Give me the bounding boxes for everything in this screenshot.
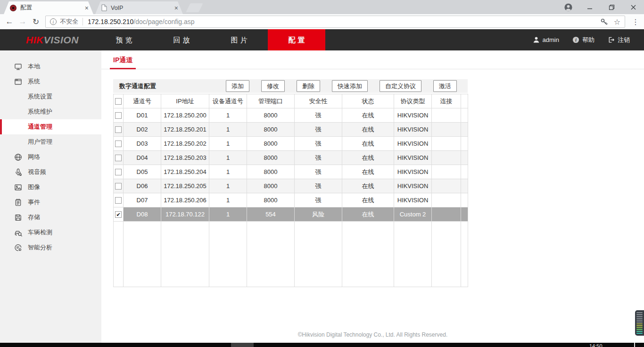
key-icon[interactable] [600, 18, 608, 26]
sidebar-item-smart-analysis[interactable]: 智能分析 [0, 240, 101, 255]
level-meter-widget [635, 310, 644, 336]
taskbar-separator [634, 343, 635, 347]
col-header-connect: 连接 [432, 94, 461, 108]
info-icon[interactable]: i [50, 18, 57, 25]
table-row-d06[interactable]: D06172.18.250.20518000强在线HIKVISION [114, 179, 468, 193]
row-checkbox[interactable] [115, 183, 122, 190]
table-row-d07[interactable]: D07172.18.250.20618000强在线HIKVISION [114, 193, 468, 207]
quick-add-button[interactable]: 快速添加 [332, 80, 368, 92]
row-checkbox[interactable] [115, 155, 122, 161]
nav-playback[interactable]: 回放 [153, 29, 210, 50]
back-icon[interactable]: ← [3, 17, 16, 26]
taskbar-app-button[interactable] [231, 343, 254, 347]
table-row-d01[interactable]: D01172.18.250.20018000强在线HIKVISION [114, 108, 468, 123]
table-row-d03[interactable]: D03172.18.250.20218000强在线HIKVISION [114, 137, 468, 151]
logo-part-red: HIK [26, 34, 44, 46]
minimize-button[interactable] [579, 0, 601, 14]
cell-ip: 172.18.70.122 [161, 207, 209, 222]
select-all-checkbox[interactable] [115, 98, 122, 105]
browser-tab-config[interactable]: 配置 × [4, 1, 93, 14]
cell-select [114, 108, 124, 123]
tab-close-icon[interactable]: × [174, 5, 178, 11]
nav-configuration[interactable]: 配置 [268, 29, 325, 50]
cell-spare [461, 207, 468, 222]
nav-preview[interactable]: 预览 [95, 29, 153, 50]
row-checkbox[interactable] [115, 126, 122, 133]
row-checkbox[interactable] [115, 197, 122, 204]
smart-icon [14, 244, 23, 252]
cell-select [114, 179, 124, 193]
sidebar-item-label: 通道管理 [28, 123, 52, 131]
sidebar: 本地系统系统设置系统维护通道管理用户管理网络视音频图像事件存储车辆检测智能分析 [0, 50, 101, 343]
bookmark-star-icon[interactable]: ☆ [614, 17, 620, 26]
col-header-management-port: 管理端口 [247, 94, 295, 108]
col-header-spare [461, 94, 468, 108]
sidebar-item-label: 本地 [28, 62, 40, 71]
browser-tab-voip[interactable]: VoIP × [95, 1, 183, 14]
tab-close-icon[interactable]: × [85, 5, 89, 11]
cell-protocol: HIKVISION [394, 123, 432, 137]
cell-channel: D07 [124, 193, 161, 207]
activate-button[interactable]: 激活 [433, 80, 457, 92]
reload-icon[interactable]: ↻ [29, 17, 42, 27]
logout-button[interactable]: 注销 [608, 36, 630, 44]
add-button[interactable]: 添加 [226, 80, 249, 92]
help-button[interactable]: i 帮助 [572, 36, 594, 44]
cell-device-channel: 1 [209, 123, 247, 137]
cell-spare [461, 123, 468, 137]
sidebar-item-local[interactable]: 本地 [0, 59, 101, 74]
sidebar-item-storage[interactable]: 存储 [0, 210, 101, 225]
new-tab-button[interactable] [186, 3, 203, 12]
address-bar[interactable]: i 不安全 172.18.250.210 /doc/page/config.as… [45, 16, 625, 28]
cell-ip: 172.18.250.202 [161, 137, 209, 151]
custom-protocol-button[interactable]: 自定义协议 [380, 80, 421, 92]
cell-status: 在线 [342, 137, 394, 151]
forward-icon[interactable]: → [16, 17, 29, 26]
logout-icon [608, 36, 615, 43]
user-name: admin [543, 36, 559, 43]
cell-status: 在线 [342, 207, 394, 222]
user-menu[interactable]: admin [533, 36, 559, 43]
sidebar-item-event[interactable]: 事件 [0, 195, 101, 210]
row-checkbox[interactable] [115, 169, 122, 175]
table-row-d08[interactable]: ✔D08172.18.70.1221554风险在线Custom 2 [114, 207, 468, 222]
profile-icon[interactable] [557, 0, 579, 14]
browser-window: 配置 × VoIP × ← → [0, 0, 644, 347]
row-checkbox[interactable]: ✔ [115, 211, 122, 218]
globe-icon [14, 153, 23, 161]
table-empty-area [114, 222, 468, 287]
delete-button[interactable]: 删除 [297, 80, 320, 92]
sidebar-item-label: 用户管理 [28, 138, 52, 146]
sidebar-item-user-management[interactable]: 用户管理 [0, 134, 101, 149]
sidebar-item-system-settings[interactable]: 系统设置 [0, 89, 101, 104]
table-row-d04[interactable]: D04172.18.250.20318000强在线HIKVISION [114, 151, 468, 165]
close-button[interactable] [622, 0, 644, 14]
nav-picture[interactable]: 图片 [210, 29, 268, 50]
cell-port: 8000 [247, 137, 295, 151]
main-nav: HIKVISION 预览回放图片配置 admin i 帮助 注销 [0, 29, 644, 50]
nav-right-group: admin i 帮助 注销 [533, 29, 630, 50]
sidebar-item-network[interactable]: 网络 [0, 149, 101, 165]
browser-menu-icon[interactable]: ⋮ [629, 17, 642, 26]
sidebar-item-system[interactable]: 系统 [0, 74, 101, 89]
restore-button[interactable] [601, 0, 622, 14]
table-row-d05[interactable]: D05172.18.250.20418000强在线HIKVISION [114, 165, 468, 179]
tab-ip-channel[interactable]: IP通道 [110, 50, 136, 69]
cell-port: 8000 [247, 108, 295, 123]
cell-port: 8000 [247, 151, 295, 165]
cell-ip: 172.18.250.205 [161, 179, 209, 193]
cell-select [114, 137, 124, 151]
row-checkbox[interactable] [115, 140, 122, 147]
cell-device-channel: 1 [209, 151, 247, 165]
sidebar-item-channel-management[interactable]: 通道管理 [0, 119, 101, 134]
cell-protocol: Custom 2 [394, 207, 432, 222]
sidebar-item-video-audio[interactable]: 视音频 [0, 165, 101, 180]
modify-button[interactable]: 修改 [261, 80, 285, 92]
logo-part-gray: VISION [44, 34, 79, 46]
table-header-row: 通道号IP地址设备通道号管理端口安全性状态协议类型连接 [114, 94, 468, 108]
row-checkbox[interactable] [115, 112, 122, 119]
table-row-d02[interactable]: D02172.18.250.20118000强在线HIKVISION [114, 123, 468, 137]
sidebar-item-image[interactable]: 图像 [0, 180, 101, 195]
sidebar-item-system-maintenance[interactable]: 系统维护 [0, 104, 101, 119]
sidebar-item-vehicle-detection[interactable]: 车辆检测 [0, 225, 101, 240]
